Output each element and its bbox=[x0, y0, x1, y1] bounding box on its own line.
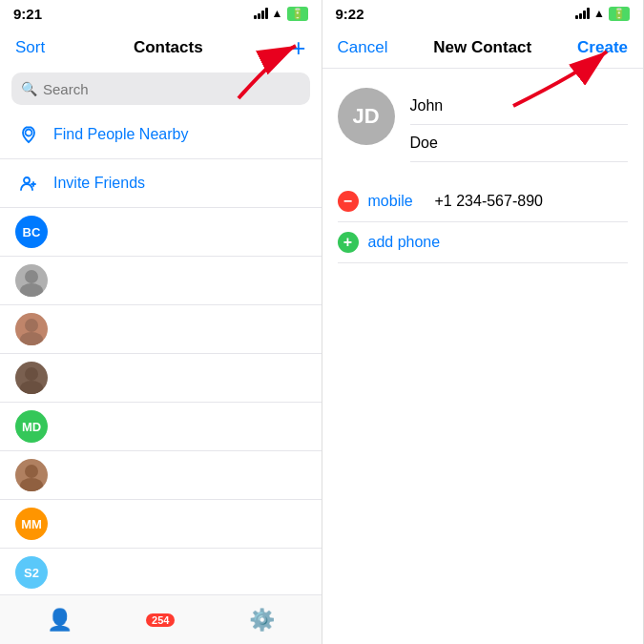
avatar: MM bbox=[15, 508, 48, 540]
svg-point-4 bbox=[25, 319, 38, 332]
settings-tab-icon: ⚙️ bbox=[249, 608, 275, 633]
svg-point-3 bbox=[20, 283, 43, 297]
tab-contacts[interactable]: 👤 bbox=[47, 608, 73, 633]
battery-icon-right: 🔋 bbox=[609, 7, 630, 21]
contact-form: JD John Doe − mobile +1 234-567-890 + ad… bbox=[322, 69, 644, 263]
table-row[interactable] bbox=[0, 354, 322, 403]
time-left: 9:21 bbox=[13, 6, 42, 22]
svg-point-9 bbox=[20, 478, 43, 491]
phone-row: − mobile +1 234-567-890 bbox=[338, 181, 629, 222]
find-people-nearby-item[interactable]: Find People Nearby bbox=[0, 111, 322, 159]
table-row[interactable] bbox=[0, 257, 322, 305]
avatar bbox=[15, 264, 48, 297]
table-row[interactable]: MM bbox=[0, 500, 322, 549]
first-name-field[interactable]: John bbox=[410, 88, 629, 125]
wifi-icon: ▲ bbox=[272, 7, 283, 20]
svg-point-0 bbox=[26, 130, 32, 136]
svg-point-5 bbox=[20, 332, 43, 345]
bottom-tab-bar: 👤 254 ⚙️ bbox=[0, 594, 322, 644]
table-row[interactable]: BC bbox=[0, 208, 322, 257]
search-bar: 🔍 bbox=[11, 73, 310, 105]
person-icon bbox=[15, 170, 42, 197]
tab-recents[interactable]: 254 bbox=[146, 613, 175, 627]
signal-icon-right bbox=[575, 8, 590, 19]
svg-point-2 bbox=[25, 270, 38, 283]
status-bar-right: 9:22 ▲ 🔋 bbox=[322, 0, 644, 27]
status-icons-left: ▲ 🔋 bbox=[254, 7, 308, 21]
contacts-screen: 9:21 ▲ 🔋 Sort Contacts + 🔍 bbox=[0, 0, 322, 644]
location-icon bbox=[15, 121, 42, 148]
avatar-section: JD John Doe bbox=[338, 88, 629, 162]
sort-button[interactable]: Sort bbox=[15, 38, 45, 57]
svg-point-1 bbox=[24, 177, 30, 183]
add-phone-row[interactable]: + add phone bbox=[338, 222, 629, 263]
battery-icon: 🔋 bbox=[287, 7, 308, 21]
contacts-title: Contacts bbox=[134, 38, 203, 57]
last-name-field[interactable]: Doe bbox=[410, 125, 629, 162]
svg-point-8 bbox=[25, 465, 38, 478]
name-fields: John Doe bbox=[410, 88, 629, 162]
contacts-nav: Sort Contacts + bbox=[0, 27, 322, 69]
add-phone-label: add phone bbox=[368, 234, 441, 251]
add-contact-button[interactable]: + bbox=[291, 35, 305, 60]
phone-section: − mobile +1 234-567-890 + add phone bbox=[338, 181, 629, 263]
find-people-label: Find People Nearby bbox=[53, 126, 188, 143]
contacts-tab-icon: 👤 bbox=[47, 608, 73, 633]
contacts-list: Find People Nearby Invite Friends BC bbox=[0, 111, 322, 594]
new-contact-title: New Contact bbox=[433, 38, 531, 57]
wifi-icon-right: ▲ bbox=[593, 7, 605, 20]
avatar: S2 bbox=[15, 556, 48, 589]
new-contact-screen: 9:22 ▲ 🔋 Cancel New Contact Create JD Jo… bbox=[322, 0, 645, 644]
create-button[interactable]: Create bbox=[577, 38, 628, 57]
recents-badge: 254 bbox=[146, 613, 175, 627]
svg-point-7 bbox=[20, 381, 43, 394]
search-input[interactable] bbox=[43, 81, 301, 97]
cancel-button[interactable]: Cancel bbox=[338, 38, 388, 57]
signal-icon bbox=[254, 8, 268, 19]
remove-phone-button[interactable]: − bbox=[338, 191, 359, 212]
table-row[interactable] bbox=[0, 305, 322, 354]
add-phone-button[interactable]: + bbox=[338, 232, 359, 253]
new-contact-nav: Cancel New Contact Create bbox=[322, 27, 644, 69]
phone-number-value[interactable]: +1 234-567-890 bbox=[435, 193, 629, 210]
avatar bbox=[15, 459, 48, 491]
search-icon: 🔍 bbox=[21, 81, 37, 96]
contact-avatar: JD bbox=[338, 88, 395, 145]
avatar bbox=[15, 362, 48, 394]
svg-point-6 bbox=[25, 367, 38, 381]
table-row[interactable]: MD bbox=[0, 403, 322, 451]
table-row[interactable] bbox=[0, 451, 322, 500]
invite-friends-item[interactable]: Invite Friends bbox=[0, 159, 322, 208]
table-row[interactable]: S2 bbox=[0, 549, 322, 594]
avatar bbox=[15, 313, 48, 345]
status-bar-left: 9:21 ▲ 🔋 bbox=[0, 0, 322, 27]
status-icons-right: ▲ 🔋 bbox=[575, 7, 630, 21]
tab-settings[interactable]: ⚙️ bbox=[249, 608, 275, 633]
time-right: 9:22 bbox=[336, 6, 364, 22]
invite-friends-label: Invite Friends bbox=[53, 175, 145, 192]
avatar: BC bbox=[15, 216, 48, 248]
avatar: MD bbox=[15, 410, 48, 443]
phone-type-label: mobile bbox=[368, 193, 426, 210]
